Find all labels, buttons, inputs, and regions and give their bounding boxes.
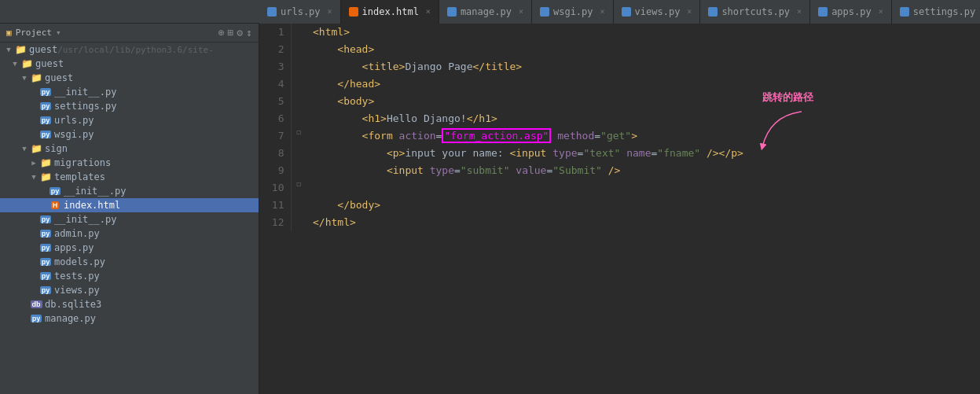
line-number-9: 9 bbox=[259, 162, 291, 179]
sidebar-item-init3[interactable]: py__init__.py bbox=[0, 212, 259, 226]
tab-close-icon[interactable]: × bbox=[879, 7, 883, 16]
tab-apps-py[interactable]: apps.py× bbox=[810, 0, 892, 24]
sidebar-item-sign[interactable]: ▼📁sign bbox=[0, 142, 259, 156]
folder-icon: 📁 bbox=[20, 58, 33, 69]
token-tag: <form bbox=[313, 130, 399, 142]
py-file-icon: py bbox=[40, 286, 52, 294]
line-number-12: 12 bbox=[259, 214, 291, 231]
sidebar-item-index-html[interactable]: Hindex.html bbox=[0, 198, 259, 212]
sidebar-item-templates[interactable]: ▼📁templates bbox=[0, 170, 259, 184]
tree-item-label: tests.py bbox=[54, 271, 100, 282]
code-line-2: 2 <head> bbox=[259, 41, 980, 58]
sidebar-icon-4[interactable]: ↕ bbox=[246, 27, 252, 39]
tree-item-label: __init__.py bbox=[54, 87, 116, 98]
sidebar-item-wsgi[interactable]: pywsgi.py bbox=[0, 127, 259, 142]
line-content-10 bbox=[306, 179, 980, 197]
token-tag: <html> bbox=[313, 26, 350, 38]
sidebar-project-dropdown[interactable]: ▾ bbox=[56, 28, 61, 38]
token-tag: </body> bbox=[313, 199, 380, 211]
tab-settings-py[interactable]: settings.py× bbox=[892, 0, 980, 24]
py-icon: py bbox=[39, 228, 52, 239]
sidebar-item-manage[interactable]: pymanage.py bbox=[0, 311, 259, 326]
sidebar-item-urls[interactable]: pyurls.py bbox=[0, 113, 259, 127]
py-icon: py bbox=[39, 101, 52, 112]
tab-label: urls.py bbox=[281, 6, 321, 17]
sidebar-item-models[interactable]: pymodels.py bbox=[0, 255, 259, 269]
token-attr-name: action bbox=[399, 130, 436, 142]
token-bracket: = bbox=[454, 164, 461, 176]
line-number-7: 7 bbox=[259, 127, 291, 145]
sidebar-item-tests[interactable]: pytests.py bbox=[0, 269, 259, 283]
py-icon: py bbox=[39, 129, 52, 140]
editor-area[interactable]: 1<html>2 <head>3 <title>Django Page</tit… bbox=[259, 24, 980, 394]
tab-views-py[interactable]: views.py× bbox=[614, 0, 701, 24]
tree-item-label: apps.py bbox=[54, 242, 94, 253]
tab-close-icon[interactable]: × bbox=[519, 7, 523, 16]
sidebar-item-init2[interactable]: py__init__.py bbox=[0, 184, 259, 198]
sidebar-item-guest-root[interactable]: ▼📁guest bbox=[0, 57, 259, 71]
token-tag: </html> bbox=[313, 216, 356, 228]
sidebar-item-views[interactable]: pyviews.py bbox=[0, 283, 259, 297]
code-line-11: 11 </body> bbox=[259, 197, 980, 214]
sidebar-item-root[interactable]: ▼📁guest /usr/local/lib/python3.6/site- bbox=[0, 42, 259, 57]
line-content-1: <html> bbox=[306, 24, 980, 41]
line-gutter-1 bbox=[291, 24, 306, 41]
sidebar-item-apps[interactable]: pyapps.py bbox=[0, 241, 259, 255]
token-attr-value: "fname" bbox=[657, 147, 700, 159]
line-number-6: 6 bbox=[259, 110, 291, 127]
py-file-icon: py bbox=[40, 272, 52, 280]
tree-item-label: models.py bbox=[54, 256, 105, 267]
tab-urls-py[interactable]: urls.py× bbox=[259, 0, 341, 24]
sidebar-item-db[interactable]: dbdb.sqlite3 bbox=[0, 297, 259, 311]
sidebar-item-migrations[interactable]: ▶📁migrations bbox=[0, 156, 259, 170]
sidebar-item-init1[interactable]: py__init__.py bbox=[0, 85, 259, 99]
py-file-icon bbox=[447, 7, 457, 17]
tree-item-label: __init__.py bbox=[64, 186, 126, 197]
root-label: guest bbox=[29, 44, 57, 55]
tab-close-icon[interactable]: × bbox=[426, 7, 431, 16]
tab-index-html[interactable]: index.html× bbox=[341, 0, 439, 24]
line-gutter-9 bbox=[291, 162, 306, 179]
line-gutter-11 bbox=[291, 197, 306, 214]
html-file-icon: H bbox=[51, 201, 60, 209]
sidebar-item-admin[interactable]: pyadmin.py bbox=[0, 226, 259, 241]
db-icon: db bbox=[30, 299, 42, 310]
code-line-1: 1<html> bbox=[259, 24, 980, 41]
code-line-10: 10◻ bbox=[259, 179, 980, 197]
sidebar-header: ▣ Project ▾ ⊕ ⊞ ⚙ ↕ bbox=[0, 24, 259, 42]
tree-arrow: ▶ bbox=[28, 159, 39, 167]
py-file-icon: py bbox=[40, 116, 52, 124]
sidebar-icon-1[interactable]: ⊕ bbox=[218, 27, 225, 39]
project-icon: ▣ bbox=[6, 28, 12, 38]
sidebar-icon-2[interactable]: ⊞ bbox=[228, 27, 234, 39]
py-file-icon bbox=[540, 7, 549, 17]
tree-item-label: urls.py bbox=[54, 115, 94, 126]
root-folder-icon: 📁 bbox=[14, 44, 27, 55]
code-line-9: 9 <input type="submit" value="Submit" /> bbox=[259, 162, 980, 179]
tab-close-icon[interactable]: × bbox=[600, 7, 605, 16]
sidebar-item-settings[interactable]: pysettings.py bbox=[0, 99, 259, 113]
sidebar-header-icons: ⊕ ⊞ ⚙ ↕ bbox=[218, 27, 252, 39]
folder-icon: 📁 bbox=[40, 157, 52, 168]
folder-icon: 📁 bbox=[30, 72, 42, 83]
sidebar-item-guest-inner[interactable]: ▼📁guest bbox=[0, 71, 259, 85]
line-number-3: 3 bbox=[259, 58, 291, 75]
tab-close-icon[interactable]: × bbox=[797, 7, 802, 16]
py-icon: py bbox=[30, 313, 42, 324]
tab-close-icon[interactable]: × bbox=[687, 7, 692, 16]
sidebar-icon-3[interactable]: ⚙ bbox=[237, 27, 243, 39]
token-tag: <title> bbox=[313, 61, 405, 72]
token-tag: <body> bbox=[313, 95, 374, 107]
tab-shortcuts-py[interactable]: shortcuts.py× bbox=[700, 0, 810, 24]
py-file-icon bbox=[900, 7, 909, 17]
tree-item-label: db.sqlite3 bbox=[45, 299, 101, 310]
line-number-10: 10 bbox=[259, 179, 291, 197]
tab-manage-py[interactable]: manage.py× bbox=[439, 0, 532, 24]
tab-label: wsgi.py bbox=[553, 6, 593, 17]
tab-wsgi-py[interactable]: wsgi.py× bbox=[532, 0, 614, 24]
py-icon: py bbox=[49, 186, 61, 197]
tab-label: views.py bbox=[635, 6, 681, 17]
tree-item-label: templates bbox=[54, 171, 105, 182]
py-file-icon: py bbox=[50, 187, 61, 195]
tab-close-icon[interactable]: × bbox=[328, 7, 332, 16]
